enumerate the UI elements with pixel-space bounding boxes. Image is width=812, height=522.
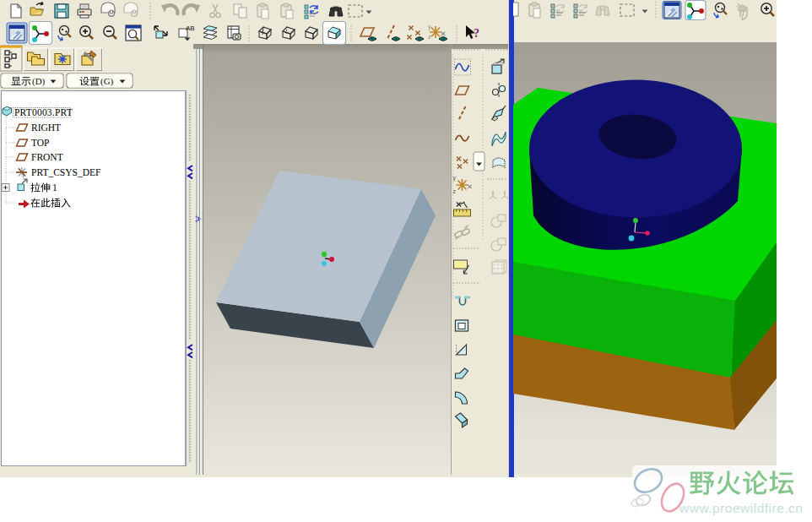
svg-text:www.proewildfire.cn: www.proewildfire.cn	[679, 501, 803, 515]
svg-text:y: y	[453, 175, 457, 182]
svg-text:z: z	[453, 188, 457, 194]
svg-text:?: ?	[474, 27, 479, 40]
svg-text:z: z	[428, 34, 431, 40]
svg-text:y: y	[428, 24, 431, 30]
